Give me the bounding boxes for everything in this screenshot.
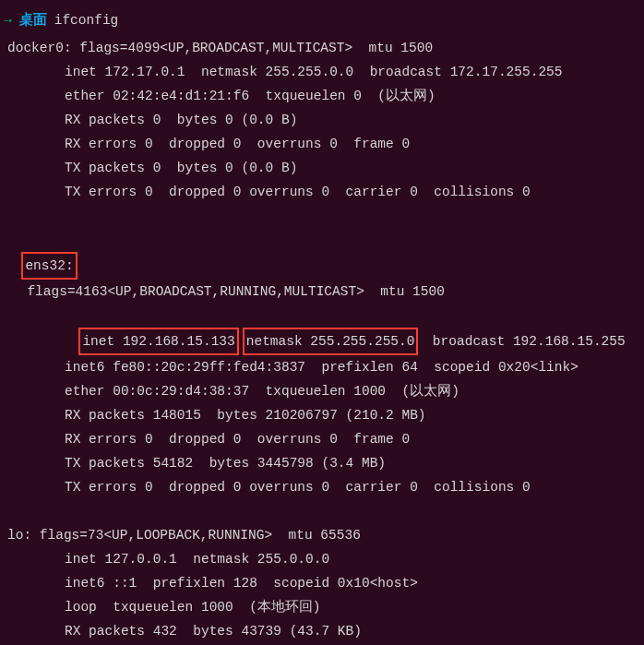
ens32-flags: flags=4163<UP,BROADCAST,RUNNING,MULTICAS… [27,284,444,299]
docker0-rxe: RX errors 0 dropped 0 overruns 0 frame 0 [65,132,410,156]
ens32-name-highlight: ens32: [21,252,77,280]
docker0-txe: TX errors 0 dropped 0 overruns 0 carrier… [65,180,531,204]
docker0-inet: inet 172.17.0.1 netmask 255.255.0.0 broa… [65,60,563,84]
docker0-ether: ether 02:42:e4:d1:21:f6 txqueuelen 0 (以太… [65,84,435,108]
prompt-line[interactable]: → 桌面 ifconfig [4,7,640,32]
ens32-ether: ether 00:0c:29:d4:38:37 txqueuelen 1000 … [65,379,459,403]
lo-loop: loop txqueuelen 1000 (本地环回) [65,595,321,619]
docker0-header: docker0: flags=4099<UP,BROADCAST,MULTICA… [7,36,640,60]
ens32-inet-highlight: inet 192.168.15.133 [78,328,238,355]
docker0-rxp: RX packets 0 bytes 0 (0.0 B) [65,108,297,132]
lo-inet: inet 127.0.0.1 netmask 255.0.0.0 [65,547,329,571]
ens32-inet6: inet6 fe80::20c:29ff:fed4:3837 prefixlen… [65,355,578,379]
ens32-broadcast: broadcast 192.168.15.255 [416,334,625,349]
ens32-rxp: RX packets 148015 bytes 210206797 (210.2… [65,403,426,427]
docker0-txp: TX packets 0 bytes 0 (0.0 B) [65,156,297,180]
lo-rxp: RX packets 432 bytes 43739 (43.7 KB) [65,619,362,643]
ens32-header-line: ens32: flags=4163<UP,BROADCAST,RUNNING,M… [7,228,640,304]
lo-inet6: inet6 ::1 prefixlen 128 scopeid 0x10<hos… [65,571,418,595]
ens32-netmask-highlight: netmask 255.255.255.0 [243,328,419,355]
prompt-arrow: → [4,8,12,32]
ens32-rxe: RX errors 0 dropped 0 overruns 0 frame 0 [65,427,410,451]
command-text: ifconfig [54,8,119,32]
ens32-inet-line: inet 192.168.15.133netmask 255.255.255.0… [65,304,626,355]
ens32-txp: TX packets 54182 bytes 3445798 (3.4 MB) [65,451,386,475]
ens32-txe: TX errors 0 dropped 0 overruns 0 carrier… [65,475,531,499]
lo-header: lo: flags=73<UP,LOOPBACK,RUNNING> mtu 65… [7,523,640,547]
prompt-dir: 桌面 [19,7,47,31]
